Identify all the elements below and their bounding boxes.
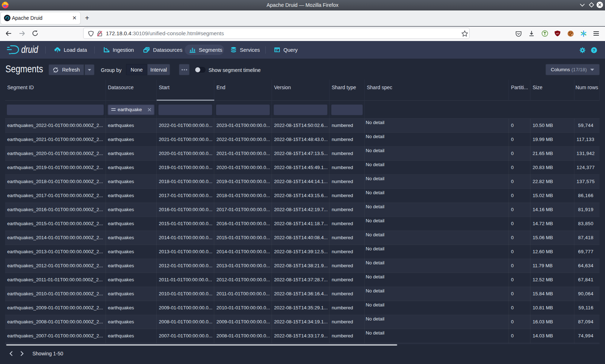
svg-text:uO: uO	[556, 32, 559, 35]
svg-text:?: ?	[593, 48, 595, 53]
